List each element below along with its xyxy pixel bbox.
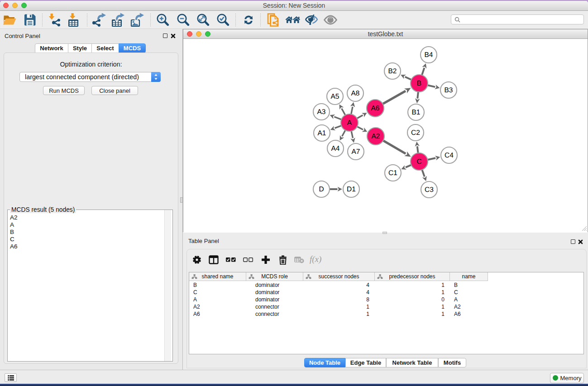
svg-text:C4: C4 xyxy=(445,152,454,159)
svg-text:B4: B4 xyxy=(425,51,433,59)
svg-text:C: C xyxy=(416,158,421,166)
svg-text:B: B xyxy=(417,80,421,87)
svg-text:C2: C2 xyxy=(411,129,420,137)
svg-text:A4: A4 xyxy=(331,145,340,152)
svg-text:A1: A1 xyxy=(318,129,326,137)
svg-text:B2: B2 xyxy=(388,67,397,75)
svg-text:B1: B1 xyxy=(412,109,421,116)
svg-text:A3: A3 xyxy=(317,108,326,116)
svg-text:A2: A2 xyxy=(372,133,380,140)
svg-text:B3: B3 xyxy=(445,86,453,94)
svg-text:D: D xyxy=(319,186,324,193)
svg-text:C1: C1 xyxy=(388,169,397,177)
svg-text:D1: D1 xyxy=(347,186,356,193)
svg-text:A: A xyxy=(347,119,352,127)
svg-text:A5: A5 xyxy=(331,93,339,100)
svg-text:C3: C3 xyxy=(425,186,434,194)
svg-text:A7: A7 xyxy=(352,148,360,156)
svg-text:A6: A6 xyxy=(371,105,380,112)
svg-text:A8: A8 xyxy=(351,90,360,97)
